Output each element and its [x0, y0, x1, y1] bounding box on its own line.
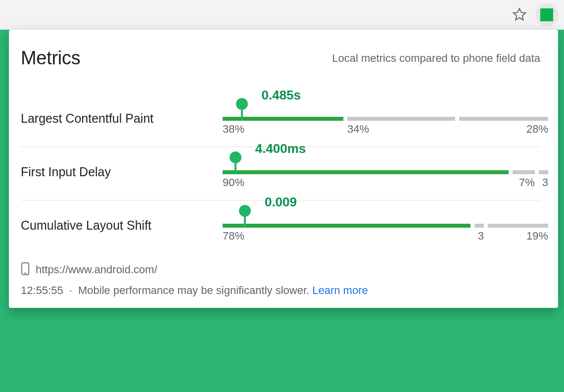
metric-name: Cumulative Layout Shift [21, 218, 223, 233]
segment-label: 78% [223, 230, 244, 243]
distribution-segment: 78% [223, 224, 470, 228]
segment-label: 28% [526, 123, 548, 136]
distribution-bar: 38%34%28% [223, 117, 540, 121]
marker-dot-icon: 0.009 [239, 205, 251, 217]
footer-url-row: https://www.android.com/ [21, 262, 540, 277]
distribution-segment: 34% [347, 117, 455, 121]
distribution-segment: 19% [488, 224, 548, 228]
segment-label: 7% [519, 176, 535, 189]
metric-chart: 38%34%28%0.485s [223, 117, 540, 121]
distribution-bar: 90%7%3 [223, 170, 540, 174]
distribution-bar: 78%319% [223, 224, 540, 228]
warning-text: Mobile performance may be significantly … [78, 284, 309, 296]
page-url: https://www.android.com/ [36, 263, 157, 276]
marker-stem [244, 217, 246, 228]
marker-stem [235, 163, 236, 174]
star-icon [512, 7, 527, 23]
local-value-marker: 0.009 [239, 205, 251, 228]
segment-label: 3 [542, 176, 548, 189]
svg-marker-0 [514, 8, 526, 20]
segment-label: 3 [478, 230, 484, 243]
metric-value: 0.009 [265, 195, 297, 210]
distribution-segment: 7% [513, 170, 535, 174]
distribution-segment: 3 [539, 170, 548, 174]
metric-name: Largest Contentful Paint [21, 111, 223, 126]
metric-name: First Input Delay [21, 165, 223, 179]
metric-row: Largest Contentful Paint38%34%28%0.485s [21, 94, 540, 147]
marker-stem [241, 110, 243, 121]
metric-chart: 90%7%34.400ms [223, 170, 540, 174]
marker-dot-icon: 0.485s [236, 98, 248, 110]
bookmark-star-button[interactable] [511, 6, 528, 24]
separator-dot: · [69, 284, 72, 296]
segment-label: 38% [223, 123, 244, 136]
marker-dot-icon: 4.400ms [230, 151, 241, 163]
footer-status: 12:55:55 · Mobile performance may be sig… [21, 284, 540, 297]
local-value-marker: 4.400ms [230, 151, 241, 174]
distribution-segment: 3 [474, 224, 484, 228]
panel-subtitle: Local metrics compared to phone field da… [332, 52, 540, 65]
metric-row: Cumulative Layout Shift78%319%0.009 [21, 200, 540, 253]
metric-value: 0.485s [262, 88, 301, 103]
panel-footer: https://www.android.com/ 12:55:55 · Mobi… [21, 262, 540, 297]
metrics-panel: Metrics Local metrics compared to phone … [9, 30, 558, 308]
metric-chart: 78%319%0.009 [223, 224, 540, 228]
segment-label: 90% [223, 176, 244, 189]
panel-title: Metrics [21, 48, 80, 69]
metric-row: First Input Delay90%7%34.400ms [21, 147, 540, 200]
panel-header: Metrics Local metrics compared to phone … [21, 48, 540, 69]
local-value-marker: 0.485s [236, 98, 248, 121]
distribution-segment: 90% [223, 170, 509, 174]
learn-more-link[interactable]: Learn more [312, 284, 368, 296]
extension-status-icon [540, 8, 553, 21]
segment-label: 34% [347, 123, 369, 136]
segment-label: 19% [526, 230, 548, 243]
browser-toolbar [0, 0, 564, 30]
metric-value: 4.400ms [255, 141, 306, 156]
distribution-segment: 28% [459, 117, 548, 121]
timestamp: 12:55:55 [21, 284, 63, 296]
phone-icon [21, 262, 30, 277]
extension-button[interactable] [535, 3, 558, 26]
